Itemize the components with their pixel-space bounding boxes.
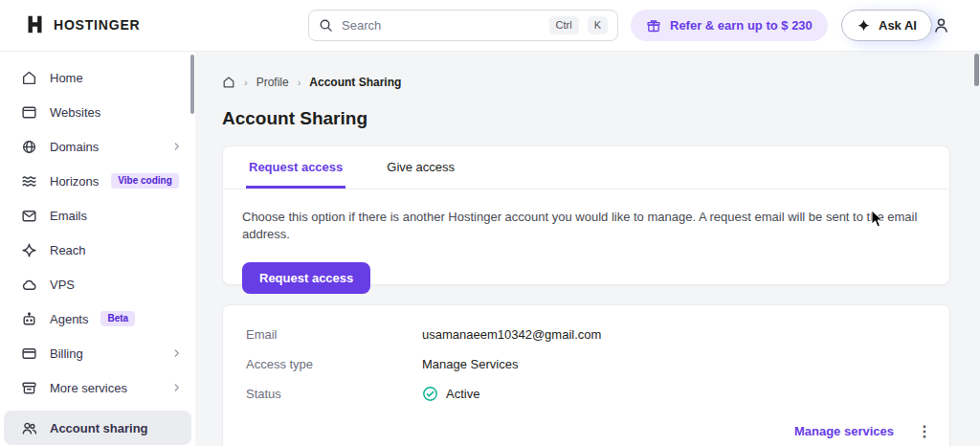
account-info-rows: Email usamanaeem10342@gmail.com Access t… <box>223 305 949 409</box>
sidebar-item-billing[interactable]: Billing <box>0 336 195 370</box>
refer-earn-button[interactable]: Refer & earn up to $ 230 <box>631 10 828 41</box>
sidebar-item-label: Horizons <box>50 174 99 189</box>
access-type-label: Access type <box>246 357 422 371</box>
spark-icon <box>21 242 37 258</box>
hostinger-logo-icon <box>25 14 45 34</box>
main-content: › Profile › Account Sharing Account Shar… <box>195 52 980 446</box>
sidebar: Home Websites Domains Horizons Vibe codi… <box>0 52 195 446</box>
breadcrumb-separator: › <box>298 77 301 88</box>
sidebar-item-label: Domains <box>50 140 99 154</box>
sidebar-item-websites[interactable]: Websites <box>0 95 195 129</box>
vibe-coding-badge: Vibe coding <box>111 173 179 189</box>
sidebar-scrollbar-thumb[interactable] <box>190 55 194 114</box>
card-actions: Manage services ⋮ <box>785 418 938 444</box>
status-label: Status <box>246 387 422 401</box>
sidebar-item-domains[interactable]: Domains <box>0 129 195 164</box>
access-request-card: Request access Give access Choose this o… <box>222 145 950 285</box>
gift-icon <box>646 18 661 33</box>
breadcrumb: › Profile › Account Sharing <box>222 76 401 89</box>
cloud-icon <box>21 277 37 293</box>
request-access-description: Choose this option if there is another H… <box>223 190 949 243</box>
sidebar-item-emails[interactable]: Emails <box>0 198 195 233</box>
chevron-right-icon <box>170 140 184 153</box>
browser-icon <box>21 104 37 121</box>
sidebar-item-label: Account sharing <box>50 421 148 435</box>
sidebar-item-more-services[interactable]: More services <box>0 370 195 405</box>
robot-icon <box>21 311 37 327</box>
people-icon <box>21 420 37 436</box>
sidebar-item-label: Reach <box>50 243 86 257</box>
sidebar-item-account-sharing[interactable]: Account sharing <box>4 411 191 445</box>
beta-badge: Beta <box>100 311 135 326</box>
kebab-menu-icon[interactable]: ⋮ <box>911 422 938 441</box>
shared-account-card: Email usamanaeem10342@gmail.com Access t… <box>222 304 950 446</box>
search-input[interactable] <box>342 18 541 33</box>
home-icon[interactable] <box>222 76 235 89</box>
globe-icon <box>21 139 37 155</box>
breadcrumb-separator: › <box>244 77 248 88</box>
chevron-right-icon <box>170 346 184 360</box>
logo-text: HOSTINGER <box>54 17 140 33</box>
account-menu-button[interactable] <box>932 16 950 37</box>
chevron-right-icon <box>170 381 184 394</box>
refer-earn-label: Refer & earn up to $ 230 <box>670 18 813 33</box>
sidebar-item-reach[interactable]: Reach <box>0 233 195 267</box>
email-row: Email usamanaeem10342@gmail.com <box>246 320 926 349</box>
breadcrumb-profile[interactable]: Profile <box>256 76 289 89</box>
sparkle-icon <box>857 18 871 33</box>
search-icon <box>319 18 333 33</box>
sidebar-item-label: Emails <box>50 209 87 223</box>
home-icon <box>21 70 37 86</box>
sidebar-item-home[interactable]: Home <box>0 60 195 95</box>
access-type-row: Access type Manage Services <box>246 349 926 379</box>
top-bar: HOSTINGER Ctrl K Refer & earn up to $ 23… <box>0 0 980 52</box>
credit-card-icon <box>21 346 37 362</box>
status-badge: Active <box>446 387 479 401</box>
sidebar-item-horizons[interactable]: Horizons Vibe coding <box>0 164 195 198</box>
sidebar-item-label: Billing <box>50 346 83 361</box>
sidebar-item-agents[interactable]: Agents Beta <box>0 301 195 336</box>
email-value: usamanaeem10342@gmail.com <box>422 327 601 342</box>
tab-give-access[interactable]: Give access <box>384 146 457 189</box>
manage-services-button[interactable]: Manage services <box>785 418 903 444</box>
archive-box-icon <box>21 380 37 396</box>
envelope-icon <box>21 208 37 224</box>
request-access-button[interactable]: Request access <box>242 262 370 294</box>
sidebar-item-label: Agents <box>50 312 88 326</box>
page-title: Account Sharing <box>222 108 368 129</box>
tab-request-access[interactable]: Request access <box>246 146 345 189</box>
access-type-value: Manage Services <box>422 357 518 371</box>
sidebar-item-label: More services <box>50 381 127 395</box>
access-tabs: Request access Give access <box>223 146 949 190</box>
hostinger-hpanel: HOSTINGER Ctrl K Refer & earn up to $ 23… <box>0 0 980 446</box>
ask-ai-label: Ask AI <box>879 18 917 33</box>
hostinger-logo[interactable]: HOSTINGER <box>25 14 140 34</box>
status-value-wrap: Active <box>422 386 479 402</box>
page-scrollbar-thumb[interactable] <box>974 54 979 86</box>
sidebar-item-label: Home <box>50 71 83 85</box>
shortcut-k-key: K <box>588 16 608 34</box>
sidebar-item-vps[interactable]: VPS <box>0 267 195 301</box>
status-row: Status Active <box>246 379 926 409</box>
breadcrumb-current: Account Sharing <box>309 76 401 89</box>
sidebar-item-label: VPS <box>50 278 75 292</box>
shortcut-ctrl-key: Ctrl <box>549 16 579 34</box>
sidebar-item-label: Websites <box>50 105 100 120</box>
global-search[interactable]: Ctrl K <box>308 10 618 41</box>
ask-ai-button[interactable]: Ask AI <box>841 10 932 41</box>
email-label: Email <box>246 327 422 342</box>
check-circle-icon <box>422 386 438 402</box>
person-icon <box>932 16 950 34</box>
waves-icon <box>21 173 37 190</box>
